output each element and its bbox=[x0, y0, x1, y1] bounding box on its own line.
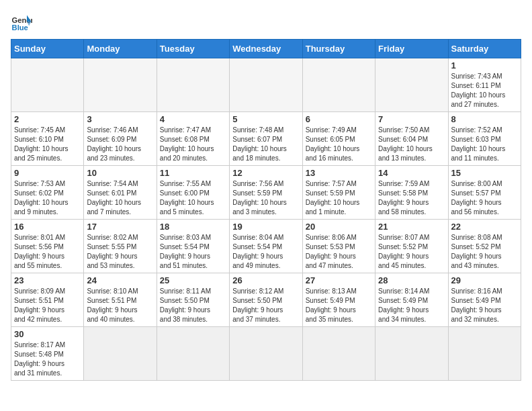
calendar-cell: 1Sunrise: 7:43 AM Sunset: 6:11 PM Daylig… bbox=[448, 58, 521, 112]
day-number: 20 bbox=[306, 222, 372, 232]
calendar-cell bbox=[11, 58, 84, 112]
day-number: 5 bbox=[232, 114, 299, 124]
day-info: Sunrise: 8:07 AM Sunset: 5:52 PM Dayligh… bbox=[378, 233, 445, 271]
weekday-header-friday: Friday bbox=[375, 40, 448, 58]
calendar-cell: 29Sunrise: 8:16 AM Sunset: 5:49 PM Dayli… bbox=[448, 273, 521, 327]
day-number: 27 bbox=[306, 275, 372, 285]
calendar-cell: 28Sunrise: 8:14 AM Sunset: 5:49 PM Dayli… bbox=[375, 273, 448, 327]
day-number: 7 bbox=[378, 114, 445, 124]
calendar-cell: 27Sunrise: 8:13 AM Sunset: 5:49 PM Dayli… bbox=[302, 273, 375, 327]
calendar-cell: 16Sunrise: 8:01 AM Sunset: 5:56 PM Dayli… bbox=[11, 220, 84, 273]
week-row-5: 30Sunrise: 8:17 AM Sunset: 5:48 PM Dayli… bbox=[11, 327, 521, 381]
calendar-cell bbox=[302, 327, 375, 381]
calendar-cell: 14Sunrise: 7:59 AM Sunset: 5:58 PM Dayli… bbox=[375, 166, 448, 220]
weekday-header-row: SundayMondayTuesdayWednesdayThursdayFrid… bbox=[11, 40, 521, 58]
week-row-1: 2Sunrise: 7:45 AM Sunset: 6:10 PM Daylig… bbox=[11, 112, 521, 166]
day-info: Sunrise: 7:52 AM Sunset: 6:03 PM Dayligh… bbox=[451, 126, 518, 163]
calendar-cell: 18Sunrise: 8:03 AM Sunset: 5:54 PM Dayli… bbox=[157, 220, 229, 273]
day-info: Sunrise: 8:04 AM Sunset: 5:54 PM Dayligh… bbox=[232, 233, 299, 271]
day-number: 28 bbox=[378, 275, 445, 285]
calendar-cell: 24Sunrise: 8:10 AM Sunset: 5:51 PM Dayli… bbox=[84, 273, 157, 327]
day-info: Sunrise: 8:02 AM Sunset: 5:55 PM Dayligh… bbox=[87, 233, 153, 271]
day-info: Sunrise: 8:00 AM Sunset: 5:57 PM Dayligh… bbox=[451, 179, 518, 217]
calendar-cell bbox=[302, 58, 375, 112]
day-info: Sunrise: 7:59 AM Sunset: 5:58 PM Dayligh… bbox=[378, 179, 445, 217]
day-info: Sunrise: 8:08 AM Sunset: 5:52 PM Dayligh… bbox=[451, 233, 518, 271]
logo: General Blue bbox=[11, 11, 32, 32]
calendar-cell bbox=[157, 58, 229, 112]
day-number: 9 bbox=[14, 168, 81, 178]
calendar-table: SundayMondayTuesdayWednesdayThursdayFrid… bbox=[11, 39, 521, 381]
calendar-cell: 20Sunrise: 8:06 AM Sunset: 5:53 PM Dayli… bbox=[302, 220, 375, 273]
weekday-header-wednesday: Wednesday bbox=[230, 40, 302, 58]
day-number: 10 bbox=[87, 168, 153, 178]
day-number: 29 bbox=[451, 275, 518, 285]
calendar-cell: 22Sunrise: 8:08 AM Sunset: 5:52 PM Dayli… bbox=[448, 220, 521, 273]
calendar-cell: 11Sunrise: 7:55 AM Sunset: 6:00 PM Dayli… bbox=[157, 166, 229, 220]
week-row-4: 23Sunrise: 8:09 AM Sunset: 5:51 PM Dayli… bbox=[11, 273, 521, 327]
calendar-cell: 7Sunrise: 7:50 AM Sunset: 6:04 PM Daylig… bbox=[375, 112, 448, 166]
day-info: Sunrise: 7:45 AM Sunset: 6:10 PM Dayligh… bbox=[14, 126, 81, 163]
day-info: Sunrise: 8:03 AM Sunset: 5:54 PM Dayligh… bbox=[160, 233, 226, 271]
day-info: Sunrise: 7:57 AM Sunset: 5:59 PM Dayligh… bbox=[306, 179, 372, 217]
day-info: Sunrise: 7:46 AM Sunset: 6:09 PM Dayligh… bbox=[87, 126, 153, 163]
weekday-header-saturday: Saturday bbox=[448, 40, 521, 58]
calendar-cell: 5Sunrise: 7:48 AM Sunset: 6:07 PM Daylig… bbox=[230, 112, 302, 166]
day-number: 15 bbox=[451, 168, 518, 178]
day-number: 24 bbox=[87, 275, 153, 285]
calendar-cell bbox=[230, 327, 302, 381]
calendar-cell bbox=[230, 58, 302, 112]
weekday-header-thursday: Thursday bbox=[302, 40, 375, 58]
calendar-cell bbox=[157, 327, 229, 381]
calendar-cell: 12Sunrise: 7:56 AM Sunset: 5:59 PM Dayli… bbox=[230, 166, 302, 220]
day-info: Sunrise: 8:12 AM Sunset: 5:50 PM Dayligh… bbox=[232, 287, 299, 324]
day-info: Sunrise: 8:16 AM Sunset: 5:49 PM Dayligh… bbox=[451, 287, 518, 324]
calendar-cell bbox=[448, 327, 521, 381]
weekday-header-monday: Monday bbox=[84, 40, 157, 58]
calendar-cell: 8Sunrise: 7:52 AM Sunset: 6:03 PM Daylig… bbox=[448, 112, 521, 166]
day-info: Sunrise: 8:10 AM Sunset: 5:51 PM Dayligh… bbox=[87, 287, 153, 324]
day-number: 8 bbox=[451, 114, 518, 124]
day-number: 26 bbox=[232, 275, 299, 285]
day-info: Sunrise: 7:54 AM Sunset: 6:01 PM Dayligh… bbox=[87, 179, 153, 217]
calendar-cell: 15Sunrise: 8:00 AM Sunset: 5:57 PM Dayli… bbox=[448, 166, 521, 220]
calendar-cell: 9Sunrise: 7:53 AM Sunset: 6:02 PM Daylig… bbox=[11, 166, 84, 220]
day-number: 25 bbox=[160, 275, 226, 285]
day-number: 21 bbox=[378, 222, 445, 232]
day-info: Sunrise: 8:13 AM Sunset: 5:49 PM Dayligh… bbox=[306, 287, 372, 324]
day-number: 13 bbox=[306, 168, 372, 178]
header: General Blue bbox=[11, 11, 521, 32]
calendar-cell: 23Sunrise: 8:09 AM Sunset: 5:51 PM Dayli… bbox=[11, 273, 84, 327]
calendar-cell: 2Sunrise: 7:45 AM Sunset: 6:10 PM Daylig… bbox=[11, 112, 84, 166]
day-number: 4 bbox=[160, 114, 226, 124]
weekday-header-sunday: Sunday bbox=[11, 40, 84, 58]
calendar-cell: 25Sunrise: 8:11 AM Sunset: 5:50 PM Dayli… bbox=[157, 273, 229, 327]
week-row-2: 9Sunrise: 7:53 AM Sunset: 6:02 PM Daylig… bbox=[11, 166, 521, 220]
day-number: 14 bbox=[378, 168, 445, 178]
calendar-cell: 26Sunrise: 8:12 AM Sunset: 5:50 PM Dayli… bbox=[230, 273, 302, 327]
day-number: 22 bbox=[451, 222, 518, 232]
day-number: 30 bbox=[14, 329, 81, 339]
day-number: 19 bbox=[232, 222, 299, 232]
day-number: 6 bbox=[306, 114, 372, 124]
calendar-cell bbox=[375, 58, 448, 112]
calendar-cell bbox=[84, 327, 157, 381]
day-info: Sunrise: 7:43 AM Sunset: 6:11 PM Dayligh… bbox=[451, 72, 518, 109]
page-container: General Blue SundayMondayTuesdayWednesda… bbox=[11, 11, 521, 381]
week-row-3: 16Sunrise: 8:01 AM Sunset: 5:56 PM Dayli… bbox=[11, 220, 521, 273]
day-info: Sunrise: 7:56 AM Sunset: 5:59 PM Dayligh… bbox=[232, 179, 299, 217]
day-info: Sunrise: 7:47 AM Sunset: 6:08 PM Dayligh… bbox=[160, 126, 226, 163]
day-info: Sunrise: 8:17 AM Sunset: 5:48 PM Dayligh… bbox=[14, 340, 81, 378]
calendar-cell: 6Sunrise: 7:49 AM Sunset: 6:05 PM Daylig… bbox=[302, 112, 375, 166]
day-number: 12 bbox=[232, 168, 299, 178]
day-info: Sunrise: 8:06 AM Sunset: 5:53 PM Dayligh… bbox=[306, 233, 372, 271]
day-info: Sunrise: 7:48 AM Sunset: 6:07 PM Dayligh… bbox=[232, 126, 299, 163]
calendar-cell: 19Sunrise: 8:04 AM Sunset: 5:54 PM Dayli… bbox=[230, 220, 302, 273]
day-info: Sunrise: 8:09 AM Sunset: 5:51 PM Dayligh… bbox=[14, 287, 81, 324]
calendar-cell bbox=[84, 58, 157, 112]
week-row-0: 1Sunrise: 7:43 AM Sunset: 6:11 PM Daylig… bbox=[11, 58, 521, 112]
day-info: Sunrise: 7:53 AM Sunset: 6:02 PM Dayligh… bbox=[14, 179, 81, 217]
calendar-cell: 21Sunrise: 8:07 AM Sunset: 5:52 PM Dayli… bbox=[375, 220, 448, 273]
day-number: 3 bbox=[87, 114, 153, 124]
day-info: Sunrise: 8:01 AM Sunset: 5:56 PM Dayligh… bbox=[14, 233, 81, 271]
